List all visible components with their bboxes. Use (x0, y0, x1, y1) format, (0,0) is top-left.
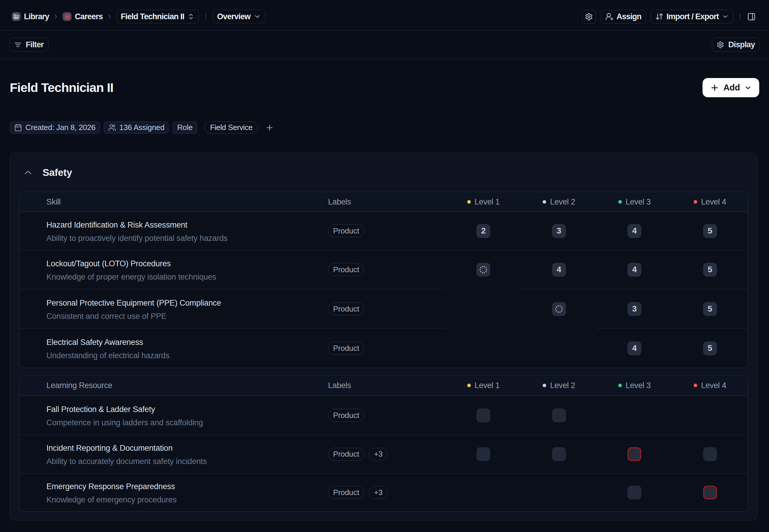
level-value-badge[interactable]: 3 (627, 302, 641, 316)
level-empty-badge[interactable] (627, 486, 641, 499)
level-flagged-badge[interactable] (627, 447, 641, 461)
skill-name: Hazard Identification & Risk Assessment (46, 220, 187, 230)
level-column-header: Level 1 (467, 381, 500, 390)
level-value-badge[interactable]: 4 (627, 224, 641, 238)
level-empty-badge[interactable] (552, 447, 566, 461)
table-row[interactable]: Hazard Identification & Risk AssessmentA… (20, 212, 748, 250)
divider (205, 14, 206, 20)
label-pill[interactable]: +3 (369, 486, 387, 499)
column-header: Skill (46, 197, 61, 207)
add-tag-button[interactable] (265, 123, 274, 132)
column-header: Learning Resource (46, 381, 112, 390)
label-pill[interactable]: +3 (369, 448, 387, 461)
breadcrumb-careers[interactable]: Careers (75, 12, 103, 21)
level-value-badge[interactable]: 4 (552, 263, 566, 277)
level-empty-badge[interactable] (476, 408, 490, 422)
level-dot (618, 384, 622, 387)
label-pill[interactable]: Product (328, 342, 364, 355)
level-empty-badge[interactable] (703, 447, 717, 461)
role-chip[interactable]: Role (173, 121, 197, 134)
filter-button[interactable]: Filter (9, 38, 48, 52)
chevron-up-icon (23, 168, 33, 177)
view-select[interactable]: Overview (212, 10, 266, 23)
display-label: Display (728, 40, 755, 49)
chevrons-up-down-icon (187, 13, 194, 20)
careers-logo-icon[interactable] (63, 12, 72, 21)
chevron-down-icon (722, 13, 729, 20)
settings-button[interactable] (582, 10, 596, 24)
field-service-tag[interactable]: Field Service (204, 121, 259, 134)
filter-lines-icon (14, 41, 22, 48)
divider (740, 14, 740, 20)
chevron-down-icon (254, 13, 261, 20)
level-empty-badge[interactable] (552, 408, 566, 422)
safety-section-card: Safety SkillLabelsLevel 1Level 2Level 3L… (10, 153, 757, 520)
assigned-label: 136 Assigned (119, 123, 165, 132)
label-pill[interactable]: Product (328, 448, 364, 461)
panel-toggle-button[interactable] (747, 10, 756, 24)
level-column-header: Level 2 (543, 381, 575, 390)
table-row[interactable]: Fall Protection & Ladder SafetyCompetenc… (20, 396, 748, 435)
table-row[interactable]: Emergency Response PreparednessKnowledge… (20, 473, 748, 511)
assign-label: Assign (617, 12, 641, 21)
filter-bar: Filter Display (0, 31, 769, 59)
label-pill[interactable]: Product (328, 263, 364, 276)
top-bar: Library Careers Field Technician II Over… (0, 0, 769, 31)
level-value-badge[interactable]: 5 (703, 341, 717, 355)
assign-button[interactable]: Assign (601, 10, 646, 24)
main-content: Field Technician II Add Created: Jan 8, … (0, 78, 769, 520)
level-pending-badge[interactable] (552, 302, 566, 316)
skill-description: Competence in using ladders and scaffold… (46, 418, 203, 427)
level-empty-badge[interactable] (476, 447, 490, 461)
library-icon[interactable] (12, 12, 21, 21)
dotted-circle-icon (552, 302, 566, 316)
entity-select[interactable]: Field Technician II (116, 10, 199, 23)
table-row[interactable]: Electrical Safety AwarenessUnderstanding… (20, 328, 748, 368)
table-row[interactable]: Incident Reporting & DocumentationAbilit… (20, 435, 748, 473)
level-dot (467, 200, 471, 204)
arrow-down-up-icon (655, 12, 663, 21)
topbar-actions: Assign Import / Export (582, 10, 756, 24)
breadcrumb-library[interactable]: Library (24, 12, 49, 21)
level-value-badge[interactable]: 5 (703, 263, 717, 277)
import-export-label: Import / Export (666, 12, 719, 21)
label-pill[interactable]: Product (328, 409, 364, 422)
breadcrumb: Library Careers Field Technician II Over… (12, 10, 266, 23)
level-value-badge[interactable]: 5 (703, 224, 717, 238)
created-chip[interactable]: Created: Jan 8, 2026 (10, 121, 100, 134)
label-pill[interactable]: Product (328, 224, 364, 237)
assigned-chip[interactable]: 136 Assigned (104, 121, 169, 134)
skill-table: SkillLabelsLevel 1Level 2Level 3Level 4H… (19, 192, 748, 368)
collapse-section-button[interactable] (23, 168, 33, 177)
import-export-button[interactable]: Import / Export (651, 10, 733, 24)
gear-icon (717, 41, 724, 48)
level-column-header: Level 1 (467, 197, 500, 207)
level-dot (467, 384, 471, 387)
level-value-badge[interactable]: 2 (476, 224, 490, 238)
level-dot (694, 384, 697, 387)
table-row[interactable]: Personal Protective Equipment (PPE) Comp… (20, 289, 748, 328)
level-column-header: Level 4 (694, 197, 726, 207)
level-dot (543, 200, 546, 204)
skill-name: Emergency Response Preparedness (46, 482, 175, 491)
display-button[interactable]: Display (712, 38, 760, 52)
dotted-circle-icon (476, 263, 490, 277)
add-button[interactable]: Add (703, 78, 759, 97)
skill-name: Fall Protection & Ladder Safety (46, 405, 155, 414)
skill-description: Consistent and correct use of PPE (46, 312, 166, 321)
level-value-badge[interactable]: 3 (552, 224, 566, 238)
level-value-badge[interactable]: 4 (627, 341, 641, 355)
table-header-row: Learning ResourceLabelsLevel 1Level 2Lev… (20, 375, 748, 396)
level-pending-badge[interactable] (476, 263, 490, 277)
level-value-badge[interactable]: 5 (703, 302, 717, 316)
entity-select-label: Field Technician II (121, 12, 184, 21)
table-row[interactable]: Lockout/Tagout (LOTO) ProceduresKnowledg… (20, 250, 748, 289)
level-column-header: Level 2 (543, 197, 575, 207)
level-flagged-badge[interactable] (703, 486, 717, 499)
view-select-label: Overview (217, 12, 250, 21)
skill-name: Incident Reporting & Documentation (46, 444, 173, 453)
label-pill[interactable]: Product (328, 486, 364, 499)
skill-description: Ability to accurately document safety in… (46, 457, 207, 466)
label-pill[interactable]: Product (328, 302, 364, 315)
level-value-badge[interactable]: 4 (627, 263, 641, 277)
